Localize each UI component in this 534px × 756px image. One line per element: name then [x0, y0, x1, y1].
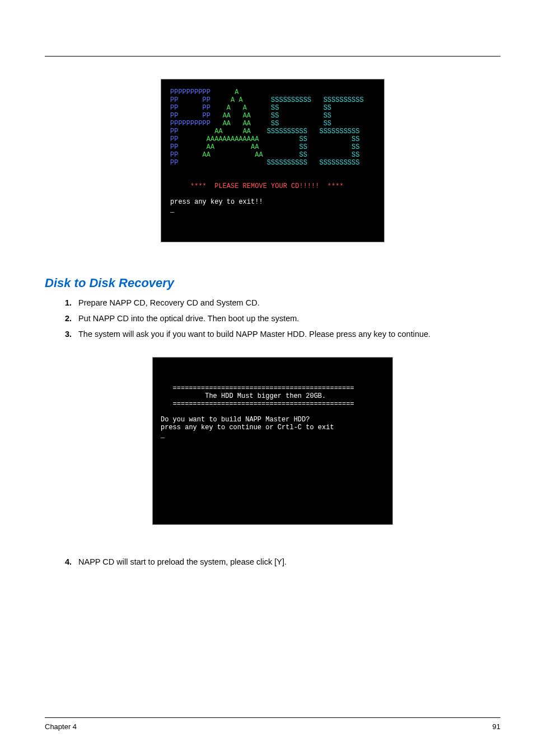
step-text: Prepare NAPP CD, Recovery CD and System … — [78, 298, 260, 307]
step-number: 3. — [65, 328, 78, 341]
section-heading-disk-to-disk-recovery: Disk to Disk Recovery — [45, 276, 500, 290]
step-text: NAPP CD will start to preload the system… — [78, 557, 287, 566]
ordered-steps-a: 1.Prepare NAPP CD, Recovery CD and Syste… — [62, 297, 500, 340]
step-number: 2. — [65, 313, 78, 325]
footer-page-number: 91 — [493, 722, 500, 731]
step-text: The system will ask you if you want to b… — [78, 330, 430, 339]
step-item: 3.The system will ask you if you want to… — [62, 328, 500, 341]
step-item: 1.Prepare NAPP CD, Recovery CD and Syste… — [62, 297, 500, 309]
console-screenshot-pass: PPPPPPPPPP A PP PP A A SSSSSSSSSS SSSSSS… — [161, 79, 385, 242]
step-text: Put NAPP CD into the optical drive. Then… — [78, 314, 299, 323]
ordered-steps-b: 4.NAPP CD will start to preload the syst… — [62, 556, 500, 569]
console-screenshot-build-napp: ========================================… — [152, 357, 393, 525]
step-item: 4.NAPP CD will start to preload the syst… — [62, 556, 500, 569]
step-number: 1. — [65, 297, 78, 309]
page-footer: Chapter 4 91 — [45, 717, 500, 731]
step-item: 2.Put NAPP CD into the optical drive. Th… — [62, 313, 500, 325]
step-number: 4. — [65, 556, 78, 569]
footer-chapter-label: Chapter 4 — [45, 722, 77, 731]
horizontal-rule-top — [45, 56, 500, 57]
